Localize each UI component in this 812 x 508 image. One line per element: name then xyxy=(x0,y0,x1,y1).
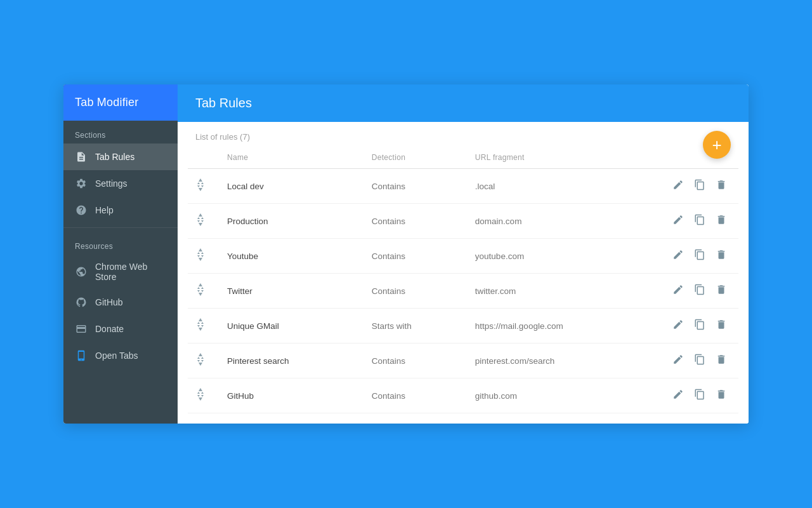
delete-rule-button[interactable] xyxy=(712,351,731,370)
rule-name: Youtube xyxy=(219,239,364,274)
col-detection: Detection xyxy=(364,147,468,169)
copy-rule-button[interactable] xyxy=(690,386,709,405)
sidebar-item-open-tabs[interactable]: Open Tabs xyxy=(63,342,178,369)
col-name: Name xyxy=(219,147,364,169)
rule-detection: Contains xyxy=(364,274,468,309)
github-icon xyxy=(75,296,88,309)
edit-rule-button[interactable] xyxy=(669,351,688,370)
command-icon xyxy=(75,349,88,362)
rule-actions xyxy=(661,274,738,309)
rule-name: GitHub xyxy=(219,378,364,413)
copy-rule-button[interactable] xyxy=(690,177,709,196)
table-row: YoutubeContainsyoutube.com xyxy=(188,239,738,274)
copy-rule-button[interactable] xyxy=(690,351,709,370)
table-body: Local devContains.localProductionContain… xyxy=(188,169,738,413)
delete-rule-button[interactable] xyxy=(712,386,731,405)
sort-handle[interactable] xyxy=(188,378,219,413)
edit-rule-button[interactable] xyxy=(669,211,688,231)
rule-actions xyxy=(661,204,738,239)
edit-rule-button[interactable] xyxy=(669,316,688,335)
table-row: ProductionContainsdomain.com xyxy=(188,204,738,239)
rule-actions xyxy=(661,239,738,274)
sort-handle[interactable] xyxy=(188,204,219,239)
sort-handle[interactable] xyxy=(188,239,219,274)
rule-url-fragment: .local xyxy=(468,169,661,204)
rule-detection: Contains xyxy=(364,344,468,378)
col-url-fragment: URL fragment xyxy=(468,147,661,169)
sidebar-item-donate[interactable]: Donate xyxy=(63,316,178,342)
sidebar-divider xyxy=(63,227,178,228)
gear-icon xyxy=(75,177,88,190)
sidebar-item-help[interactable]: Help xyxy=(63,197,178,224)
rule-detection: Contains xyxy=(364,169,468,204)
main-content: Tab Rules List of rules (7) + Name Detec… xyxy=(178,84,749,424)
file-icon xyxy=(75,150,88,163)
sidebar-item-settings[interactable]: Settings xyxy=(63,170,178,197)
rule-actions xyxy=(661,344,738,378)
rule-url-fragment: youtube.com xyxy=(468,239,661,274)
sidebar-item-github[interactable]: GitHub xyxy=(63,289,178,316)
delete-rule-button[interactable] xyxy=(712,211,731,231)
rules-table: Name Detection URL fragment Local devCon… xyxy=(188,147,738,413)
sort-handle[interactable] xyxy=(188,344,219,378)
rule-name: Local dev xyxy=(219,169,364,204)
app-title: Tab Modifier xyxy=(63,84,178,121)
delete-rule-button[interactable] xyxy=(712,246,731,265)
sidebar-item-label: Help xyxy=(95,205,114,215)
rule-actions xyxy=(661,378,738,413)
sidebar-item-label: GitHub xyxy=(95,297,123,307)
rule-url-fragment: github.com xyxy=(468,378,661,413)
sidebar-item-label: Chrome Web Store xyxy=(95,262,166,282)
rule-url-fragment: https://mail.google.com xyxy=(468,309,661,344)
copy-rule-button[interactable] xyxy=(690,211,709,231)
main-body: List of rules (7) + Name Detection URL f… xyxy=(178,122,749,424)
table-row: GitHubContainsgithub.com xyxy=(188,378,738,413)
resources-label: Resources xyxy=(63,232,178,255)
table-row: Unique GMailStarts withhttps://mail.goog… xyxy=(188,309,738,344)
copy-rule-button[interactable] xyxy=(690,316,709,335)
delete-rule-button[interactable] xyxy=(712,281,731,300)
rule-name: Production xyxy=(219,204,364,239)
sidebar-item-label: Donate xyxy=(95,324,124,334)
sort-handle[interactable] xyxy=(188,309,219,344)
table-row: TwitterContainstwitter.com xyxy=(188,274,738,309)
add-rule-button[interactable]: + xyxy=(703,131,731,159)
sections-label: Sections xyxy=(63,121,178,144)
edit-rule-button[interactable] xyxy=(669,281,688,300)
globe-icon xyxy=(75,265,88,278)
edit-rule-button[interactable] xyxy=(669,246,688,265)
rule-name: Unique GMail xyxy=(219,309,364,344)
rule-url-fragment: domain.com xyxy=(468,204,661,239)
sidebar-item-chrome-web-store[interactable]: Chrome Web Store xyxy=(63,255,178,289)
rule-name: Twitter xyxy=(219,274,364,309)
help-icon xyxy=(75,204,88,217)
rule-url-fragment: twitter.com xyxy=(468,274,661,309)
sort-handle[interactable] xyxy=(188,274,219,309)
sidebar-item-tab-rules[interactable]: Tab Rules xyxy=(63,144,178,170)
table-header: Name Detection URL fragment xyxy=(188,147,738,169)
rules-table-wrapper: Name Detection URL fragment Local devCon… xyxy=(178,147,749,424)
sidebar-item-label: Tab Rules xyxy=(95,152,134,162)
copy-rule-button[interactable] xyxy=(690,281,709,300)
sidebar: Tab Modifier Sections Tab Rules Settings… xyxy=(63,84,178,424)
sort-handle[interactable] xyxy=(188,169,219,204)
rule-actions xyxy=(661,169,738,204)
sidebar-item-label: Settings xyxy=(95,178,128,189)
edit-rule-button[interactable] xyxy=(669,386,688,405)
page-title: Tab Rules xyxy=(178,84,749,122)
delete-rule-button[interactable] xyxy=(712,177,731,196)
table-row: Pinterest searchContainspinterest.com/se… xyxy=(188,344,738,378)
rule-url-fragment: pinterest.com/search xyxy=(468,344,661,378)
sidebar-item-label: Open Tabs xyxy=(95,351,138,361)
rule-name: Pinterest search xyxy=(219,344,364,378)
delete-rule-button[interactable] xyxy=(712,316,731,335)
rule-detection: Contains xyxy=(364,204,468,239)
rule-detection: Contains xyxy=(364,239,468,274)
app-container: Tab Modifier Sections Tab Rules Settings… xyxy=(63,84,749,424)
edit-rule-button[interactable] xyxy=(669,177,688,196)
rule-actions xyxy=(661,309,738,344)
card-icon xyxy=(75,323,88,335)
copy-rule-button[interactable] xyxy=(690,246,709,265)
table-row: Local devContains.local xyxy=(188,169,738,204)
rule-detection: Starts with xyxy=(364,309,468,344)
